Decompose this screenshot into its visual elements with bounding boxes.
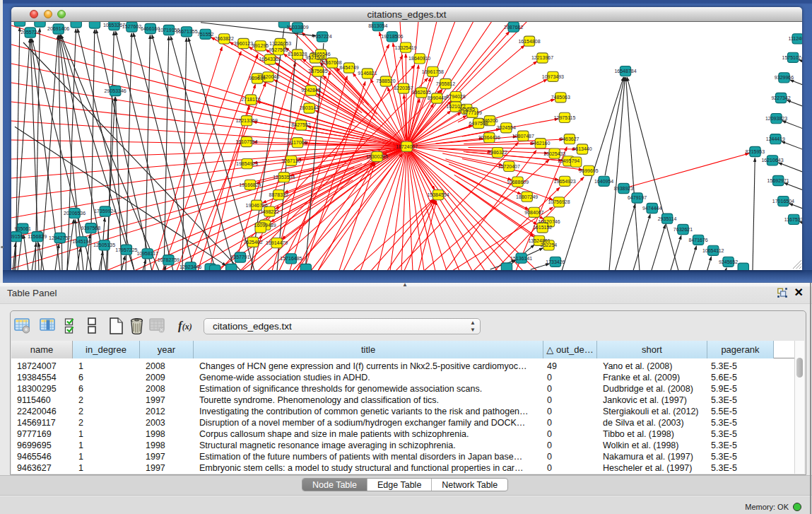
svg-text:16210643: 16210643	[761, 158, 783, 163]
svg-text:20691406: 20691406	[47, 26, 69, 31]
svg-text:935061: 935061	[15, 226, 31, 231]
svg-text:8813054: 8813054	[368, 23, 387, 28]
svg-text:8990448: 8990448	[428, 95, 447, 100]
svg-text:9146821: 9146821	[358, 71, 377, 76]
svg-text:19218506: 19218506	[381, 34, 403, 39]
svg-text:2055724: 2055724	[20, 30, 40, 35]
svg-text:19166829: 19166829	[239, 182, 261, 187]
svg-text:8220357: 8220357	[394, 86, 413, 90]
svg-text:9465546: 9465546	[311, 52, 330, 57]
svg-text:9397568: 9397568	[81, 226, 100, 230]
svg-text:16099489: 16099489	[254, 223, 276, 228]
svg-text:12093823: 12093823	[765, 116, 787, 121]
svg-text:13226053: 13226053	[269, 41, 291, 46]
svg-text:18807249: 18807249	[516, 194, 538, 199]
svg-text:10807487: 10807487	[512, 134, 534, 139]
svg-text:16782759: 16782759	[158, 257, 180, 262]
svg-text:13325419: 13325419	[395, 45, 417, 50]
svg-text:3267130: 3267130	[281, 158, 300, 163]
svg-text:252254: 252254	[541, 243, 557, 247]
svg-text:20206536: 20206536	[64, 211, 86, 216]
svg-text:12923446: 12923446	[180, 264, 201, 269]
svg-text:17359924: 17359924	[94, 209, 116, 214]
svg-text:751552: 751552	[197, 32, 213, 37]
svg-text:7357224: 7357224	[312, 34, 331, 39]
svg-text:2935114: 2935114	[658, 216, 677, 221]
svg-text:10958117: 10958117	[136, 251, 158, 256]
svg-text:1615152: 1615152	[533, 225, 552, 230]
svg-text:15720407: 15720407	[498, 164, 520, 169]
svg-text:10756928: 10756928	[548, 199, 570, 204]
svg-text:891295: 891295	[252, 43, 269, 48]
svg-text:16543362: 16543362	[259, 57, 281, 62]
svg-text:9699695: 9699695	[579, 168, 598, 173]
svg-text:9245652: 9245652	[719, 259, 738, 264]
svg-text:15384554: 15384554	[427, 192, 449, 197]
svg-text:1527602: 1527602	[122, 24, 141, 29]
svg-text:15692971: 15692971	[767, 178, 789, 183]
svg-text:2803144: 2803144	[300, 105, 319, 110]
svg-text:16033809: 16033809	[286, 25, 308, 30]
svg-text:18640910: 18640910	[408, 56, 430, 61]
svg-text:8878332: 8878332	[269, 192, 288, 197]
svg-text:1640954: 1640954	[594, 179, 613, 184]
svg-text:1733426: 1733426	[546, 259, 565, 264]
svg-text:39159: 39159	[11, 234, 23, 239]
svg-text:1167533: 1167533	[784, 217, 802, 222]
svg-text:15751074: 15751074	[782, 55, 802, 60]
svg-text:16961758: 16961758	[422, 69, 444, 74]
svg-text:7986322: 7986322	[488, 150, 507, 155]
svg-text:2867608: 2867608	[322, 60, 341, 65]
svg-text:9084067: 9084067	[524, 210, 543, 215]
svg-text:18724007: 18724007	[396, 144, 418, 149]
svg-text:8427552: 8427552	[291, 122, 310, 127]
svg-text:10688609: 10688609	[507, 180, 529, 185]
svg-text:15716485: 15716485	[280, 256, 302, 261]
svg-text:15136141: 15136141	[510, 256, 532, 261]
svg-text:7632621: 7632621	[673, 227, 693, 232]
svg-text:9462160: 9462160	[531, 141, 550, 146]
svg-text:3875685: 3875685	[308, 69, 327, 74]
svg-text:16548784: 16548784	[614, 69, 636, 74]
svg-text:9362615: 9362615	[412, 90, 431, 95]
svg-text:10120746: 10120746	[538, 219, 560, 224]
svg-text:19654923: 19654923	[554, 179, 576, 184]
svg-text:10973493: 10973493	[542, 74, 564, 79]
svg-text:10654112: 10654112	[702, 248, 724, 253]
svg-text:7588520: 7588520	[376, 78, 395, 83]
svg-text:29053346: 29053346	[105, 88, 126, 93]
svg-text:7663822: 7663822	[215, 36, 234, 41]
svg-text:19854923: 19854923	[236, 161, 258, 166]
svg-text:19046786: 19046786	[246, 203, 268, 208]
svg-text:9242845: 9242845	[301, 88, 320, 93]
svg-text:12505135: 12505135	[93, 243, 115, 247]
svg-text:6794028: 6794028	[446, 94, 465, 99]
svg-text:9474444: 9474444	[642, 206, 661, 211]
svg-text:9613440: 9613440	[572, 146, 592, 151]
svg-text:10025433: 10025433	[543, 151, 565, 156]
svg-text:8471676: 8471676	[688, 238, 707, 243]
svg-text:8215953: 8215953	[746, 149, 765, 154]
svg-text:12213369: 12213369	[235, 118, 257, 123]
svg-text:12353594: 12353594	[273, 175, 295, 180]
svg-text:2087682: 2087682	[504, 25, 523, 30]
svg-text:16671355: 16671355	[175, 29, 197, 34]
svg-text:1156829: 1156829	[28, 234, 47, 239]
svg-text:16914479: 16914479	[266, 240, 288, 245]
svg-text:9777169: 9777169	[463, 110, 482, 115]
svg-text:7485063: 7485063	[551, 95, 570, 100]
svg-text:1645194: 1645194	[72, 239, 91, 244]
svg-text:3024554: 3024554	[497, 125, 516, 130]
svg-text:18300295: 18300295	[366, 154, 388, 159]
svg-text:9463627: 9463627	[560, 136, 579, 141]
svg-text:12213967: 12213967	[531, 55, 553, 60]
svg-text:17957225: 17957225	[115, 247, 137, 252]
svg-text:3498222: 3498222	[260, 209, 279, 214]
svg-text:2718176: 2718176	[241, 97, 260, 102]
svg-text:17016504: 17016504	[772, 199, 794, 204]
svg-text:8454749: 8454749	[339, 65, 358, 70]
svg-text:6466160: 6466160	[141, 26, 160, 31]
svg-text:9857791: 9857791	[230, 255, 249, 259]
svg-text:3960123: 3960123	[234, 41, 253, 46]
svg-text:15495794: 15495794	[558, 158, 579, 163]
